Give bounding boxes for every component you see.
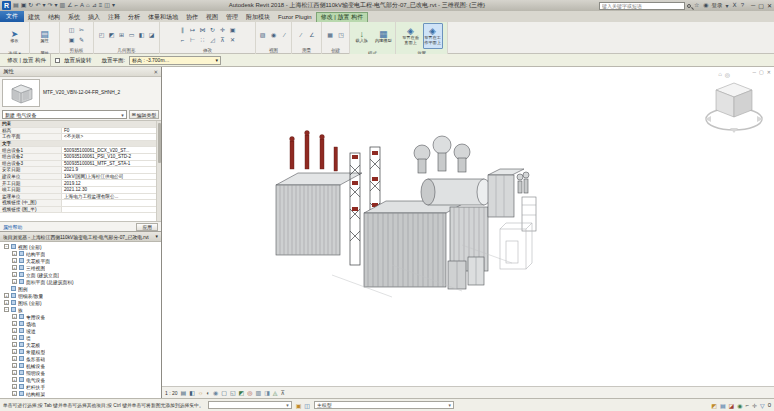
angle-dimension-icon[interactable]: ∠ bbox=[308, 30, 317, 39]
rotate-after-checkbox[interactable] bbox=[55, 58, 60, 63]
tab-massing-site[interactable]: 体量和场地 bbox=[144, 12, 182, 22]
tab-collaborate[interactable]: 协作 bbox=[182, 12, 202, 22]
worksets-icon[interactable]: ◫ bbox=[304, 402, 310, 409]
tree-families[interactable]: − 族 bbox=[0, 306, 161, 313]
temporary-view-properties-icon[interactable]: ◨ bbox=[264, 389, 270, 396]
thin-lines-icon[interactable]: ≡ bbox=[99, 1, 103, 10]
viewcube-home-icon[interactable]: ⌂ bbox=[718, 71, 722, 78]
properties-button[interactable]: ▤ 属性 bbox=[35, 23, 55, 49]
tab-addins[interactable]: 附加模块 bbox=[242, 12, 274, 22]
tree-sheets[interactable]: + 图纸 (全部) bbox=[0, 299, 161, 306]
expander-icon[interactable]: + bbox=[12, 335, 17, 340]
cut-icon[interactable]: ✂ bbox=[77, 25, 86, 34]
constraints-icon[interactable]: ⊼ bbox=[280, 389, 284, 396]
scale-button[interactable]: 1 : 20 bbox=[165, 390, 178, 396]
create-group-icon[interactable]: ▦ bbox=[326, 30, 335, 39]
pin-icon[interactable]: ⊼ bbox=[218, 35, 227, 44]
tab-analyze[interactable]: 分析 bbox=[124, 12, 144, 22]
expander-icon[interactable]: + bbox=[12, 349, 17, 354]
help-icon[interactable]: ? bbox=[740, 1, 745, 10]
expander-icon[interactable]: + bbox=[4, 293, 9, 298]
expander-icon[interactable]: + bbox=[12, 314, 17, 319]
tree-item[interactable]: + 栏杆扶手 bbox=[0, 383, 161, 390]
match-type-icon[interactable]: ✎ bbox=[77, 35, 86, 44]
apply-button[interactable]: 应用 bbox=[136, 223, 158, 231]
property-row[interactable]: 组合设备3 500935100061_MTF_ST_STA-1 bbox=[0, 161, 156, 168]
tree-item[interactable]: + 机械设备 bbox=[0, 362, 161, 369]
search-icon[interactable] bbox=[687, 4, 691, 8]
signin-dropdown-icon[interactable]: ▾ bbox=[725, 2, 730, 9]
property-row[interactable]: 开工日期 2019.12 bbox=[0, 180, 156, 187]
paint-icon[interactable]: ◧ bbox=[137, 30, 146, 39]
tree-item[interactable]: + 坡道 bbox=[0, 327, 161, 334]
copy-icon[interactable]: ▣ bbox=[67, 35, 76, 44]
demolish-icon[interactable]: ◪ bbox=[147, 30, 156, 39]
place-on-work-plane-button[interactable]: ◈ 放置在工作平面上 bbox=[423, 23, 443, 49]
redo-icon[interactable]: ↷ bbox=[47, 1, 52, 10]
crop-view-icon[interactable]: ▢ bbox=[221, 389, 227, 396]
mirror-icon[interactable]: ⋈ bbox=[198, 25, 207, 34]
default-3d-view-icon[interactable]: ⌂ bbox=[86, 1, 90, 10]
save-icon[interactable]: ▣ bbox=[21, 1, 27, 10]
background-process-icon[interactable]: ◉ bbox=[737, 402, 742, 409]
tree-item[interactable]: + 面积平面 (总建筑面积) bbox=[0, 278, 161, 285]
close-hidden-windows-icon[interactable]: ◫ bbox=[104, 1, 110, 10]
signin-user-icon[interactable]: ◉ bbox=[702, 1, 709, 10]
expander-icon[interactable]: + bbox=[12, 377, 17, 382]
expander-icon[interactable]: + bbox=[12, 258, 17, 263]
array-icon[interactable]: ∷ bbox=[198, 35, 207, 44]
property-row[interactable]: 组合设备2 500935100061_PSI_V10_STD-2 bbox=[0, 154, 156, 161]
tree-item[interactable]: + 结构框架 bbox=[0, 390, 161, 397]
property-row[interactable]: 视频链接 (图_半) bbox=[0, 207, 156, 214]
press-drag-icon[interactable]: ◪ bbox=[729, 402, 735, 409]
split-icon[interactable]: ⊢ bbox=[188, 35, 197, 44]
expander-icon[interactable]: + bbox=[12, 384, 17, 389]
show-elements-icon[interactable]: ◉ bbox=[269, 30, 278, 39]
tree-item[interactable]: + 场地 bbox=[0, 320, 161, 327]
scale-icon[interactable]: ◿ bbox=[208, 35, 217, 44]
sync-with-central-icon[interactable]: ↻ bbox=[28, 1, 33, 10]
close-button[interactable]: ✕ bbox=[767, 2, 772, 9]
place-on-vertical-face-button[interactable]: ◈ 放置在垂直面上 bbox=[401, 23, 421, 49]
expander-icon[interactable] bbox=[4, 286, 9, 291]
chevron-down-icon[interactable]: ▾ bbox=[156, 234, 158, 239]
sun-path-icon[interactable]: ☼ bbox=[198, 390, 204, 396]
minimize-button[interactable]: ─ bbox=[751, 2, 755, 9]
property-row[interactable]: 组合设备1 500935100061_DCX_V20_ST... bbox=[0, 147, 156, 154]
drawing-area[interactable]: ─▢✕ ⌂◎ bbox=[162, 67, 774, 398]
file-tab[interactable]: 文件 bbox=[0, 11, 24, 22]
shadows-icon[interactable]: ◐ bbox=[206, 390, 210, 396]
redo-dropdown-icon[interactable]: ▾ bbox=[54, 1, 57, 10]
temporary-hide-isolate-icon[interactable]: ◩ bbox=[239, 389, 245, 396]
expander-icon[interactable]: + bbox=[12, 251, 17, 256]
linework-icon[interactable]: ∕ bbox=[280, 30, 289, 39]
cut-geometry-icon[interactable]: ◰ bbox=[97, 30, 106, 39]
expander-icon[interactable]: + bbox=[4, 300, 9, 305]
filter-icon[interactable]: ▽ bbox=[760, 402, 765, 409]
expander-icon[interactable]: + bbox=[12, 265, 17, 270]
edit-type-button[interactable]: ⊞ 编辑类型 bbox=[129, 110, 159, 119]
tree-item[interactable]: + 立面 (建筑立面) bbox=[0, 271, 161, 278]
aligned-dimension-icon[interactable]: ⌐ bbox=[75, 1, 79, 10]
section-constraints[interactable]: 约束 bbox=[0, 121, 156, 128]
project-browser-header[interactable]: 项目浏览器 - 上海松江西侧110kV输变电工程-电气部分-07_已改电.rvt… bbox=[0, 232, 161, 242]
signin-label[interactable]: 登录 bbox=[712, 2, 723, 9]
properties-help-link[interactable]: 属性帮助 bbox=[3, 224, 22, 230]
detail-level-icon[interactable]: ▤ bbox=[181, 389, 187, 396]
property-row[interactable]: 安装日期 2021.9 bbox=[0, 167, 156, 174]
tree-item[interactable]: + 条形基础 bbox=[0, 355, 161, 362]
tree-item[interactable]: + 常规模型 bbox=[0, 348, 161, 355]
exclude-options-icon[interactable]: ▤ bbox=[720, 402, 726, 409]
property-row[interactable]: 监理单位 上海电力工程监理有限公... bbox=[0, 194, 156, 201]
tree-item[interactable]: + 电气设备 bbox=[0, 376, 161, 383]
tree-legends[interactable]: 图例 bbox=[0, 285, 161, 292]
tab-insert[interactable]: 插入 bbox=[84, 12, 104, 22]
align-icon[interactable]: ∥ bbox=[178, 25, 187, 34]
worksharing-display-icon[interactable]: ▥ bbox=[256, 389, 262, 396]
tab-structure[interactable]: 结构 bbox=[44, 12, 64, 22]
section-text[interactable]: 文字 bbox=[0, 141, 156, 148]
tab-view[interactable]: 视图 bbox=[202, 12, 222, 22]
tab-systems[interactable]: 系统 bbox=[64, 12, 84, 22]
properties-header[interactable]: 属性 ✕ bbox=[0, 67, 161, 77]
search-input[interactable] bbox=[602, 3, 682, 9]
